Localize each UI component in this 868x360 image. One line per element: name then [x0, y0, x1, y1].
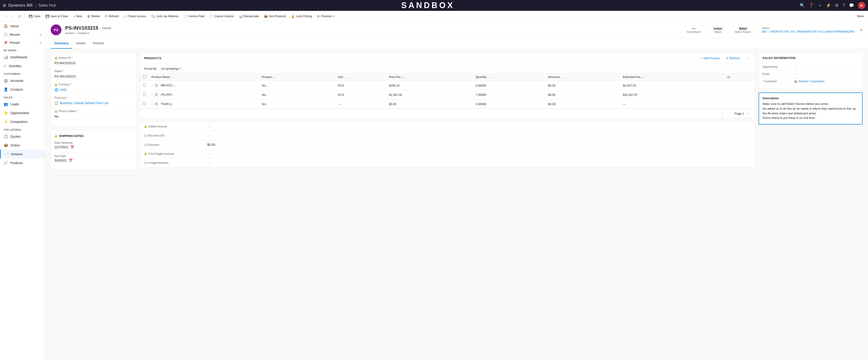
due-date-calendar-icon[interactable]: 📅: [69, 159, 72, 162]
freight-value: ---: [207, 161, 210, 165]
name-value[interactable]: PS-INV103215: [55, 74, 133, 79]
check-access-button[interactable]: ✓ Check Access: [122, 12, 149, 20]
tab-related[interactable]: Related: [89, 38, 107, 48]
cancel-invoice-button[interactable]: 📄 Cancel Invoice: [207, 12, 236, 20]
sidebar-item-accounts[interactable]: 🏢 Accounts: [0, 76, 45, 85]
collapse-button[interactable]: ∧: [860, 28, 863, 32]
sidebar-item-dashboards[interactable]: 📊 Dashboards: [0, 53, 45, 62]
sidebar-item-contacts[interactable]: 👤 Contacts: [0, 85, 45, 94]
row-property-1: No...: [259, 90, 335, 99]
sidebar-item-leads[interactable]: 👥 Leads: [0, 100, 45, 108]
question-icon[interactable]: ?: [843, 3, 845, 8]
refresh-button[interactable]: ↺ Refresh: [102, 12, 121, 20]
sidebar-item-recent[interactable]: 🕐 Recent ∧: [0, 31, 45, 39]
save-button[interactable]: 💾 Save: [26, 12, 43, 20]
group-by-select[interactable]: (no grouping) ▾: [159, 66, 183, 71]
product-name-2: Thank y...: [161, 102, 174, 105]
invoice-id-field: 🔒 Invoice ID * PS-INV103215: [55, 56, 133, 66]
lookup-address-button[interactable]: 🔍 Look Up Address: [149, 12, 181, 20]
opportunity-value: ---: [794, 65, 797, 68]
price-list-value[interactable]: 📋 Business Central Default Price List: [55, 100, 133, 106]
sidebar-item-quotes[interactable]: 📋 Quotes: [0, 132, 45, 141]
delete-button[interactable]: 🗑 Delete: [85, 12, 102, 20]
expand-arrow-1[interactable]: ›: [151, 93, 152, 96]
invoice-paid-icon: 📄: [183, 14, 187, 18]
group-by-value: (no grouping): [161, 67, 179, 70]
forward-button[interactable]: ›: [9, 13, 16, 20]
page-first-button[interactable]: |‹: [720, 111, 725, 116]
sidebar-item-opportunities[interactable]: ⭐ Opportunities: [0, 108, 45, 117]
date-delivered-calendar-icon[interactable]: 📅: [70, 145, 74, 149]
products-header: PRODUCTS + Add Product ↺ Refresh ⋯: [141, 53, 755, 64]
add-product-button[interactable]: + Add Product: [699, 55, 722, 61]
col-price[interactable]: Price Per ... ⌄: [386, 73, 473, 81]
col-unit[interactable]: Unit ⌄: [335, 73, 386, 81]
command-bar: ‹ › ⊡ 💾 Save 💾 Save & Close + New 🗑 Dele…: [0, 11, 868, 22]
competitors-icon: ⚡: [4, 120, 8, 124]
sidebar-item-products[interactable]: 🛒 Products: [0, 158, 45, 167]
currency-value[interactable]: 🌐 USD: [55, 87, 133, 93]
shipping-section: 🔒 SHIPPING DATES Date Delivered 12/7/202…: [51, 130, 136, 170]
add-icon[interactable]: ＋: [818, 3, 822, 8]
more-commands-button[interactable]: More: [855, 12, 866, 20]
home-icon: 🏠: [4, 24, 8, 28]
row-checkbox-0[interactable]: [143, 84, 146, 87]
add-product-icon: +: [701, 57, 703, 60]
back-button[interactable]: ‹: [3, 13, 9, 20]
check-access-icon: ✓: [124, 14, 127, 18]
notifications-icon[interactable]: 💬: [849, 3, 854, 8]
expand-arrow-0[interactable]: ›: [151, 84, 152, 87]
record-type-secondary[interactable]: Invoice ▾: [78, 31, 89, 35]
page-prev-button[interactable]: ‹: [727, 111, 733, 116]
shipping-lock-icon: 🔒: [55, 134, 58, 137]
sidebar-item-pinned[interactable]: 📌 Pinned ∧: [0, 39, 45, 47]
description-box: Description Make sure to call Robert Tow…: [758, 92, 863, 125]
products-more-button[interactable]: ⋯: [744, 55, 751, 61]
record-subtitle: Invoice • Invoice ▾: [65, 31, 677, 35]
prices-locked-value[interactable]: No: [55, 114, 133, 119]
row-discount-1: $0.00: [546, 90, 620, 99]
get-products-icon: 📦: [264, 14, 268, 18]
products-refresh-button[interactable]: ↺ Refresh: [723, 55, 742, 61]
prices-locked-label: 🔒 Prices Locked *: [55, 109, 133, 113]
owner-link[interactable]: BCI - CRONUS USA, Inc. (559a4e06-0257-ec…: [762, 30, 855, 33]
name-label: Name *: [55, 70, 133, 73]
select-all-checkbox[interactable]: [143, 75, 146, 78]
search-icon[interactable]: 🔍: [800, 3, 805, 8]
sidebar-item-activities[interactable]: ✓ Activities: [0, 62, 45, 70]
tab-details[interactable]: Details: [72, 38, 89, 48]
settings-icon[interactable]: ⚙: [835, 3, 839, 8]
help-icon[interactable]: ❓: [809, 3, 814, 8]
sidebar-item-orders[interactable]: 📦 Orders: [0, 141, 45, 150]
sidebar-item-home[interactable]: 🏠 Home: [0, 22, 45, 31]
tab-summary[interactable]: Summary: [51, 38, 72, 48]
grid-menu-icon[interactable]: ⊞: [3, 3, 6, 8]
sidebar-item-invoices[interactable]: 📄 Invoices: [0, 150, 45, 158]
sidebar-item-competitors[interactable]: ⚡ Competitors: [0, 117, 45, 126]
order-value: ---: [794, 72, 797, 76]
page-next-button[interactable]: ›: [746, 111, 751, 116]
row-checkbox-1[interactable]: [143, 93, 146, 96]
row-checkbox-2[interactable]: [143, 102, 146, 105]
recalculate-button[interactable]: 📊 Recalculate: [237, 12, 261, 20]
save-close-button[interactable]: 💾 Save & Close: [43, 12, 70, 20]
customer-value[interactable]: 🏢 Adatum Corporation: [794, 79, 825, 83]
expand-arrow-2[interactable]: ›: [151, 102, 152, 105]
row-unit-2: ---: [335, 99, 386, 109]
col-quantity[interactable]: Quantity ⌄: [473, 73, 546, 81]
lock-pricing-button[interactable]: 🔒 Lock Pricing: [289, 12, 314, 20]
col-product-name[interactable]: Product Name ⌄: [149, 73, 259, 81]
process-button[interactable]: ⚙ Process ▾: [315, 12, 336, 20]
user-avatar[interactable]: IK: [858, 2, 865, 9]
refresh-page-button[interactable]: ⊡: [16, 13, 23, 20]
freeze-column-button[interactable]: ⊟: [727, 75, 730, 79]
new-button[interactable]: + New: [71, 12, 84, 20]
invoice-paid-button[interactable]: 📄 Invoice Paid: [181, 12, 207, 20]
col-discount[interactable]: Discount ⌄: [546, 73, 620, 81]
get-products-button[interactable]: 📦 Get Products: [261, 12, 288, 20]
invoice-id-value[interactable]: PS-INV103215: [55, 60, 133, 66]
col-property[interactable]: Propert... ⌄: [259, 73, 335, 81]
col-extended[interactable]: Extended Am... ⌄: [620, 73, 724, 81]
amount-row-freight: (+) Freight Amount ---: [141, 158, 755, 167]
filter-icon[interactable]: ⚡: [826, 3, 831, 8]
